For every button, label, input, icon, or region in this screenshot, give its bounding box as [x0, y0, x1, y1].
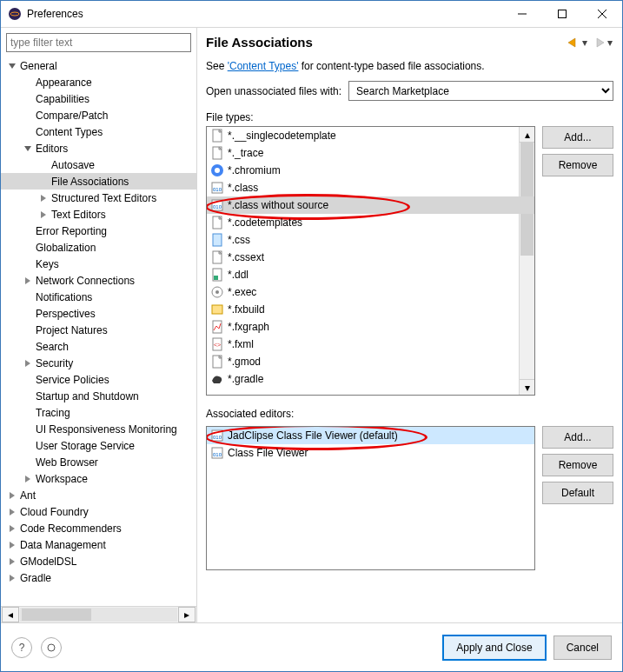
tree-item[interactable]: Editors [1, 140, 196, 156]
maximize-button[interactable] [542, 1, 582, 27]
tree-item[interactable]: Error Reporting [1, 223, 196, 239]
tree-item[interactable]: Autosave [1, 156, 196, 173]
filetypes-list[interactable]: ▴ ▾ *.__singlecodetemplate*._trace*.chro… [206, 126, 535, 396]
list-item[interactable]: 010*.class without source [207, 196, 534, 214]
filter-input[interactable] [6, 33, 191, 52]
list-item[interactable]: 010Class File Viewer [207, 444, 534, 462]
expand-icon[interactable] [22, 475, 34, 483]
tree-item[interactable]: Text Editors [1, 206, 196, 223]
tree-label: Structured Text Editors [50, 192, 156, 204]
tree-item[interactable]: Service Policies [1, 371, 196, 388]
tree-label: General [18, 60, 57, 72]
tree-item[interactable]: Keys [1, 256, 196, 272]
list-item[interactable]: *.cssext [207, 249, 534, 266]
tree-item[interactable]: Capabilities [1, 90, 196, 107]
expand-icon[interactable] [6, 62, 18, 70]
open-with-select[interactable]: Search Marketplace [348, 81, 613, 101]
tree-horizontal-scrollbar[interactable]: ◂ ▸ [1, 606, 196, 622]
list-item[interactable]: *.fxgraph [207, 318, 534, 336]
list-item[interactable]: *.css [207, 231, 534, 249]
expand-icon[interactable] [6, 491, 18, 500]
expand-icon[interactable] [22, 276, 34, 285]
filetypes-remove-button[interactable]: Remove [542, 154, 613, 176]
tree-item[interactable]: Security [1, 355, 196, 371]
tree-item[interactable]: User Storage Service [1, 437, 196, 454]
expand-icon[interactable] [37, 210, 50, 219]
expand-icon[interactable] [22, 144, 34, 153]
import-export-button[interactable] [41, 637, 62, 658]
forward-button[interactable] [592, 37, 606, 48]
expand-icon[interactable] [6, 557, 18, 566]
tree-item[interactable]: Structured Text Editors [1, 190, 196, 206]
back-button[interactable] [567, 37, 580, 48]
filetypes-add-button[interactable]: Add... [542, 126, 613, 149]
tree-item[interactable]: File Associations [1, 173, 196, 190]
list-item[interactable]: *.gmod [207, 353, 534, 370]
expand-icon[interactable] [6, 574, 18, 582]
tree-item[interactable]: Globalization [1, 239, 196, 256]
tree-item[interactable]: GModelDSL [1, 553, 196, 569]
apply-and-close-button[interactable]: Apply and Close [442, 635, 546, 661]
list-item[interactable]: *.gradle [207, 370, 534, 388]
tree-item[interactable]: Web Browser [1, 454, 196, 470]
titlebar[interactable]: Preferences [1, 1, 622, 28]
list-item[interactable]: *.fxbuild [207, 301, 534, 318]
preferences-tree[interactable]: GeneralAppearanceCapabilitiesCompare/Pat… [1, 57, 196, 606]
open-with-label: Open unassociated files with: [206, 85, 341, 97]
expand-icon[interactable] [6, 541, 18, 549]
svg-point-9 [215, 168, 220, 173]
list-item[interactable]: 010JadClipse Class File Viewer (default) [207, 427, 534, 444]
tree-item[interactable]: Perspectives [1, 305, 196, 322]
list-item[interactable]: *.exec [207, 283, 534, 301]
tree-item[interactable]: Data Management [1, 536, 196, 553]
tree-item[interactable]: Search [1, 338, 196, 355]
list-item[interactable]: <>*.fxml [207, 336, 534, 353]
tree-item[interactable]: Startup and Shutdown [1, 388, 196, 404]
tree-item[interactable]: Content Types [1, 123, 196, 140]
tree-item[interactable]: Project Natures [1, 322, 196, 338]
tree-item[interactable]: Workspace [1, 470, 196, 487]
editors-add-button[interactable]: Add... [542, 426, 613, 449]
list-item[interactable]: *._trace [207, 144, 534, 162]
list-item[interactable]: 010*.class [207, 179, 534, 196]
list-item[interactable]: *.__singlecodetemplate [207, 127, 534, 144]
tree-item[interactable]: Compare/Patch [1, 107, 196, 123]
associated-editors-list[interactable]: 010JadClipse Class File Viewer (default)… [206, 426, 535, 570]
svg-text:010: 010 [213, 435, 222, 440]
forward-menu-icon[interactable]: ▾ [606, 37, 613, 49]
list-item-label: *.fxml [228, 338, 254, 350]
list-item[interactable]: *.codetemplates [207, 214, 534, 231]
tree-label: File Associations [50, 176, 129, 188]
scroll-left-icon[interactable]: ◂ [2, 607, 19, 622]
tree-item[interactable]: Code Recommenders [1, 520, 196, 536]
tree-item[interactable]: UI Responsiveness Monitoring [1, 421, 196, 437]
expand-icon[interactable] [6, 508, 18, 516]
expand-icon[interactable] [22, 359, 34, 368]
tree-item[interactable]: General [1, 57, 196, 74]
tree-label: Workspace [34, 473, 88, 485]
expand-icon[interactable] [37, 194, 50, 203]
scroll-right-icon[interactable]: ▸ [178, 607, 196, 622]
tree-item[interactable]: Gradle [1, 569, 196, 586]
list-item[interactable]: *.ddl [207, 266, 534, 283]
help-button[interactable]: ? [11, 637, 32, 658]
expand-icon[interactable] [6, 524, 18, 533]
close-button[interactable] [582, 1, 622, 27]
list-item-label: *.fxgraph [228, 321, 269, 333]
tree-item[interactable]: Notifications [1, 289, 196, 305]
minimize-button[interactable] [502, 1, 542, 27]
content-types-link[interactable]: 'Content Types' [228, 60, 299, 72]
cancel-button[interactable]: Cancel [553, 635, 612, 660]
tree-item[interactable]: Ant [1, 487, 196, 503]
list-item[interactable]: *.chromium [207, 162, 534, 179]
tree-item[interactable]: Network Connections [1, 272, 196, 289]
tree-label: Capabilities [34, 93, 89, 105]
editors-default-button[interactable]: Default [542, 482, 613, 504]
tree-label: Service Policies [34, 374, 109, 386]
tree-item[interactable]: Appearance [1, 74, 196, 90]
tree-item[interactable]: Cloud Foundry [1, 503, 196, 520]
back-menu-icon[interactable]: ▾ [581, 37, 588, 49]
tree-item[interactable]: Tracing [1, 404, 196, 421]
preferences-page: File Associations ▾ ▾ See 'Content Types… [197, 28, 622, 622]
editors-remove-button[interactable]: Remove [542, 454, 613, 476]
